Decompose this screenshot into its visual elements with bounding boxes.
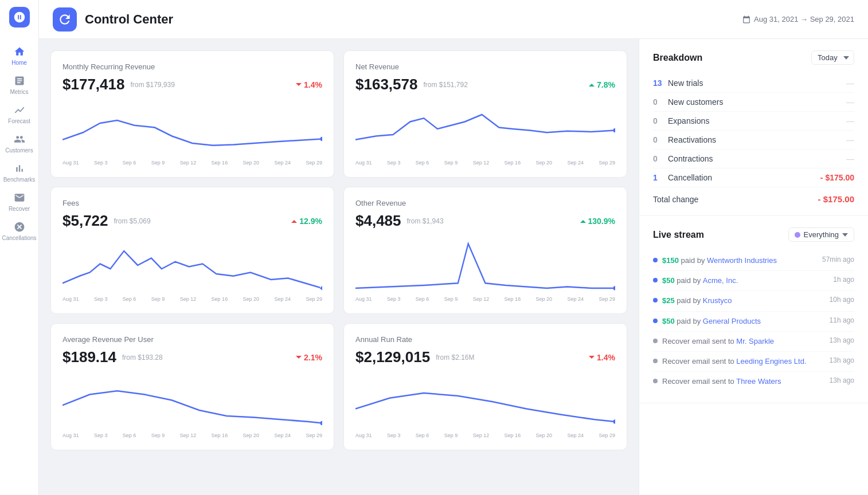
card-net-revenue-x-labels: Aug 31Sep 3Sep 6Sep 9Sep 12Sep 16Sep 20S…: [355, 160, 615, 166]
card-net-revenue-value-row: $163,578 from $151,792 7.8%: [355, 76, 615, 93]
live-stream-header: Live stream Everything: [653, 227, 854, 242]
stream-company-5[interactable]: Leeding Engines Ltd.: [736, 357, 806, 366]
stream-dot-4: [653, 339, 658, 343]
breakdown-row-left-3: 0 Expansions: [653, 116, 709, 125]
svg-point-3: [613, 286, 615, 290]
content-area: Monthly Recurring Revenue $177,418 from …: [39, 39, 868, 495]
date-range: Aug 31, 2021 → Sep 29, 2021: [742, 15, 854, 23]
up-arrow-icon-3: [580, 218, 587, 225]
stream-company-3[interactable]: General Products: [703, 317, 761, 325]
header-logo-icon: [57, 12, 72, 27]
card-mrr-x-labels: Aug 31Sep 3Sep 6Sep 9Sep 12Sep 16Sep 20S…: [62, 160, 322, 166]
sidebar-item-metrics-label: Metrics: [10, 89, 28, 95]
card-fees-value: $5,722: [62, 212, 108, 230]
breakdown-dash-contractions: —: [846, 154, 854, 163]
sidebar-item-cancellations-label: Cancellations: [2, 235, 36, 241]
stream-text-5: Recover email sent to Leeding Engines Lt…: [662, 356, 825, 367]
breakdown-num-cancellation: 1: [653, 173, 662, 182]
card-arr-x-labels: Aug 31Sep 3Sep 6Sep 9Sep 12Sep 16Sep 20S…: [355, 433, 615, 438]
breakdown-total-label: Total change: [653, 195, 698, 204]
card-mrr: Monthly Recurring Revenue $177,418 from …: [50, 50, 334, 178]
sidebar-item-benchmarks[interactable]: Benchmarks: [0, 158, 38, 187]
card-arr-title: Annual Run Rate: [355, 335, 615, 344]
breakdown-label-contractions: Contractions: [668, 154, 713, 163]
sidebar-item-recover[interactable]: Recover: [0, 187, 38, 217]
breakdown-section: Breakdown Today 13 New trials — 0 New: [639, 39, 868, 216]
card-mrr-from: from $179,939: [130, 81, 174, 89]
chevron-down-icon: [842, 233, 848, 237]
breakdown-row-left-6: 1 Cancellation: [653, 173, 712, 182]
down-arrow-icon-2: [295, 354, 302, 361]
stream-company-1[interactable]: Acme, Inc.: [703, 276, 738, 285]
stream-text-0: $150 paid by Wentworth Industries: [662, 256, 818, 266]
sidebar-item-customers[interactable]: Customers: [0, 129, 38, 158]
breakdown-dash-new-trials: —: [846, 78, 854, 88]
sidebar-item-forecast[interactable]: Forecast: [0, 100, 38, 129]
breakdown-filter-select[interactable]: Today: [811, 50, 854, 65]
card-other-revenue-value-row: $4,485 from $1,943 130.9%: [355, 212, 615, 230]
stream-company-2[interactable]: Krustyco: [703, 296, 732, 305]
breakdown-label-new-customers: New customers: [668, 97, 723, 107]
sidebar-item-cancellations[interactable]: Cancellations: [0, 217, 38, 246]
breakdown-row-left-2: 0 New customers: [653, 97, 723, 107]
card-arr-from: from $2.16M: [436, 353, 474, 362]
header: Control Center Aug 31, 2021 → Sep 29, 20…: [39, 0, 868, 39]
breakdown-label-cancellation: Cancellation: [668, 173, 712, 182]
stream-item-0: $150 paid by Wentworth Industries 57min …: [653, 251, 854, 271]
live-stream-filter[interactable]: Everything: [788, 227, 854, 242]
header-left: Control Center: [53, 7, 173, 32]
breakdown-row-new-trials: 13 New trials —: [653, 74, 854, 93]
sidebar-item-forecast-label: Forecast: [8, 118, 30, 124]
dashboard-grid: Monthly Recurring Revenue $177,418 from …: [39, 39, 639, 495]
card-fees-title: Fees: [62, 199, 322, 207]
card-net-revenue-change: 7.8%: [588, 80, 615, 89]
card-mrr-chart: [62, 100, 322, 158]
stream-item-3: $50 paid by General Products 11h ago: [653, 312, 854, 332]
net-revenue-chart-svg: [355, 100, 615, 158]
page-title: Control Center: [85, 12, 173, 27]
stream-item-6: Recover email sent to Three Waters 13h a…: [653, 372, 854, 391]
stream-company-4[interactable]: Mr. Sparkle: [736, 337, 774, 345]
breakdown-row-cancellation: 1 Cancellation - $175.00: [653, 168, 854, 187]
breakdown-row-left: 13 New trials: [653, 78, 703, 88]
card-arpu-from: from $193.28: [122, 353, 163, 362]
stream-text-2: $25 paid by Krustyco: [662, 296, 825, 306]
card-net-revenue-title: Net Revenue: [355, 62, 615, 71]
arr-chart-svg: [355, 373, 615, 430]
stream-dot-1: [653, 278, 658, 282]
stream-company-0[interactable]: Wentworth Industries: [707, 256, 777, 265]
sidebar-item-home-label: Home: [11, 60, 27, 66]
metrics-icon: [14, 75, 25, 87]
customers-icon: [14, 133, 25, 145]
card-net-revenue-from: from $151,792: [423, 81, 467, 89]
sidebar-item-home[interactable]: Home: [0, 41, 38, 70]
down-arrow-icon-3: [588, 354, 595, 361]
down-arrow-icon: [295, 81, 302, 88]
card-arr-chart: [355, 373, 615, 430]
stream-company-6[interactable]: Three Waters: [736, 377, 781, 386]
stream-amount-2: $25: [662, 296, 675, 305]
card-arpu-change: 2.1%: [295, 353, 322, 362]
svg-point-0: [320, 137, 322, 142]
stream-dot-2: [653, 298, 658, 302]
breakdown-row-expansions: 0 Expansions —: [653, 112, 854, 131]
breakdown-label-reactivations: Reactivations: [668, 135, 716, 144]
breakdown-header: Breakdown Today: [653, 50, 854, 65]
up-arrow-icon: [588, 81, 595, 88]
card-fees-value-row: $5,722 from $5,069 12.9%: [62, 212, 322, 230]
breakdown-row-new-customers: 0 New customers —: [653, 93, 854, 112]
mrr-chart-svg: [62, 100, 322, 158]
stream-amount-1: $50: [662, 276, 675, 285]
breakdown-label-expansions: Expansions: [668, 116, 709, 125]
sidebar-logo: [9, 7, 30, 28]
calendar-icon: [742, 15, 750, 23]
live-stream-title: Live stream: [653, 230, 704, 240]
card-arr-change: 1.4%: [588, 353, 615, 362]
sidebar-item-metrics[interactable]: Metrics: [0, 70, 38, 100]
live-stream-section: Live stream Everything $150 paid by Went…: [639, 216, 868, 403]
logo-icon: [13, 11, 26, 23]
card-arpu: Average Revenue Per User $189.14 from $1…: [50, 323, 334, 450]
sidebar-item-benchmarks-label: Benchmarks: [3, 176, 36, 183]
stream-text-1: $50 paid by Acme, Inc.: [662, 276, 828, 286]
home-icon: [14, 46, 25, 57]
